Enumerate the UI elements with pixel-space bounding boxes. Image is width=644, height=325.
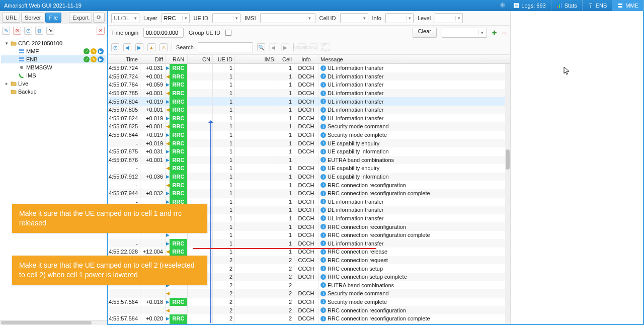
chevron-down-icon[interactable]: ▾ [478, 30, 486, 35]
layer-input[interactable] [162, 14, 182, 23]
refresh-button[interactable]: ⟳ [93, 13, 105, 23]
info-input[interactable] [386, 14, 406, 23]
table-row[interactable]: 14:55:07.784 +0.059 ▶ RRC 1 1 DCCH iUL i… [108, 80, 510, 89]
table-row[interactable]: 14:55:07.724 +0.001 ◀ RRC 1 1 DCCH iDL i… [108, 72, 510, 81]
chevron-down-icon[interactable]: ▾ [233, 16, 240, 21]
table-row[interactable]: 14:55:07.825 +0.001 ◀ RRC 1 1 DCCH iSecu… [108, 122, 510, 131]
stop-icon[interactable]: ⊘ [13, 27, 21, 35]
col-cell[interactable]: Cell [278, 55, 294, 63]
chevron-down-icon[interactable]: ▾ [132, 16, 139, 21]
expander-icon[interactable]: ▸ [4, 81, 9, 86]
uldl-input[interactable] [112, 14, 132, 23]
col-msg[interactable]: Message [318, 55, 510, 63]
level-input[interactable] [435, 14, 455, 23]
imsi-input[interactable] [261, 14, 306, 23]
tree-item[interactable]: MME ✓✎▶ [1, 47, 106, 55]
close-sidebar-icon[interactable]: ✕ [97, 27, 105, 35]
table-row[interactable]: 14:55:07.785 +0.001 ◀ RRC 1 1 DCCH iDL i… [108, 89, 510, 98]
table-row[interactable]: 14:55:07.824 +0.019 ▶ RRC 1 1 DCCH iUL i… [108, 114, 510, 123]
chevron-down-icon[interactable]: ▾ [306, 16, 313, 21]
group-ueid-checkbox[interactable] [225, 30, 231, 36]
pencil-badge-icon[interactable]: ✎ [91, 48, 97, 54]
tree-item[interactable]: MBMSGW [1, 63, 106, 71]
col-ueid[interactable]: UE ID [213, 55, 235, 63]
table-row[interactable]: 14:55:07.876 +0.001 ▶ RRC 1 1 iEUTRA ban… [108, 156, 510, 165]
time-origin-input[interactable] [144, 28, 182, 37]
vscrollbar[interactable] [505, 64, 510, 324]
table-row[interactable]: 14:56:08.345 +10.761 ◀ RRC 2 2 DCCH iRRC… [108, 322, 510, 324]
play-badge-icon[interactable]: ▶ [98, 48, 104, 54]
binoculars-icon[interactable]: 🔍 [257, 43, 265, 51]
col-time[interactable]: Time [108, 55, 140, 63]
info-combo[interactable]: ▾ [385, 13, 414, 23]
table-row[interactable]: 14:55:07.875 +0.031 ▶ RRC 1 1 DCCH iUE c… [108, 147, 510, 156]
table-row[interactable]: 14:55:07.805 +0.001 ◀ RRC 1 1 DCCH iDL i… [108, 106, 510, 114]
table-row[interactable]: - ▶ RRC 1 1 DCCH iUL information transfe… [108, 239, 510, 248]
col-cn[interactable]: CN [188, 55, 213, 63]
table-row[interactable]: 14:55:07.844 +0.019 ▶ RRC 1 1 DCCH iSecu… [108, 131, 510, 139]
remove-icon[interactable]: — [502, 30, 507, 36]
clock-icon[interactable]: ◷ [111, 43, 119, 51]
cellid-combo[interactable]: ▾ [340, 13, 368, 23]
tab-stats[interactable]: Stats [551, 0, 583, 11]
table-row[interactable]: 14:55:07.804 +0.019 ▶ RRC 1 1 DCCH iUL i… [108, 97, 510, 106]
clear-combo-input[interactable] [442, 28, 478, 37]
chevron-down-icon[interactable]: ▾ [361, 16, 368, 21]
imsi-combo[interactable]: ▾ [260, 13, 315, 23]
table-row[interactable]: 14:55:57.584 +0.020 ▶ RRC 2 2 DCCH iRRC … [108, 314, 510, 323]
table-row[interactable]: - +0.019 ◀ RRC 1 1 DCCH iUE capability e… [108, 139, 510, 147]
chevron-down-icon[interactable]: ▾ [182, 16, 189, 21]
tab-mme[interactable]: MME [612, 0, 644, 11]
expand-icon[interactable]: ⇲ [46, 27, 54, 35]
globe-icon[interactable]: ◍ [35, 27, 43, 35]
clear-combo[interactable]: ▾ [442, 28, 487, 38]
tree-item[interactable]: IMS [1, 71, 106, 79]
ok-badge-icon[interactable]: ✓ [84, 48, 90, 54]
sidebar-hscrollbar[interactable] [0, 320, 107, 325]
tree-item[interactable]: ▾ CBC-2021050100 [1, 39, 106, 47]
tree-item[interactable]: ENB ✓✎▶ [1, 55, 106, 63]
tab-enb[interactable]: ENB [583, 0, 613, 11]
col-diff[interactable]: Diff [140, 55, 166, 63]
table-row[interactable]: - ◀ RRC 1 1 DCCH iUE capability enquiry [108, 164, 510, 173]
cellid-input[interactable] [341, 14, 361, 23]
wand-icon[interactable]: ✎ [2, 27, 10, 35]
col-imsi[interactable]: IMSI [235, 55, 278, 63]
ueid-combo[interactable]: ▾ [212, 13, 240, 23]
add-icon[interactable]: ✚ [492, 30, 497, 36]
play-badge-icon[interactable]: ▶ [98, 56, 104, 62]
table-row[interactable]: - ◀ RRC 1 1 DCCH iRRC connection reconfi… [108, 181, 510, 189]
nav-back-icon[interactable]: ◀ [123, 43, 131, 51]
chevron-down-icon[interactable]: ▾ [455, 16, 462, 21]
table-row[interactable]: 14:55:57.564 +0.018 ▶ RRC 2 2 DCCH iSecu… [108, 298, 510, 306]
layer-combo[interactable]: ▾ [162, 13, 190, 23]
collapse-sidebar-icon[interactable] [497, 2, 508, 9]
clear-button[interactable]: Clear [413, 28, 437, 38]
warn2-icon[interactable]: ⚠ [159, 43, 168, 51]
expander-icon[interactable]: ▾ [4, 41, 9, 46]
pencil-badge-icon[interactable]: ✎ [91, 56, 97, 62]
table-row[interactable]: 14:55:07.912 +0.036 ▶ RRC 1 1 DCCH iUE c… [108, 173, 510, 181]
tab-logs[interactable]: Logs: 693 [508, 0, 551, 11]
tree-item[interactable]: ▸ Live [1, 79, 106, 88]
file-button[interactable]: File [45, 13, 61, 23]
server-button[interactable]: Server [21, 13, 44, 23]
ueid-input[interactable] [213, 14, 233, 23]
export-button[interactable]: Export [69, 13, 92, 23]
uldl-combo[interactable]: ▾ [111, 13, 139, 23]
warn-icon[interactable]: ▲ [147, 43, 155, 51]
search-box[interactable] [198, 42, 253, 52]
chevron-down-icon[interactable]: ▾ [406, 16, 413, 21]
nav-fwd-icon[interactable]: ▶ [135, 43, 143, 51]
scrollbar-thumb[interactable] [506, 149, 510, 170]
table-row[interactable]: 14:55:07.944 +0.032 ▶ RRC 1 1 DCCH iRRC … [108, 189, 510, 198]
col-ran[interactable]: RAN [170, 55, 188, 63]
scrollbar-thumb[interactable] [1, 321, 92, 324]
table-row[interactable]: 14:55:07.724 +0.031 ▶ RRC 1 1 DCCH iUL i… [108, 64, 510, 72]
clock-icon[interactable]: ◷ [24, 27, 32, 35]
url-button[interactable]: URL [2, 13, 20, 23]
search-input[interactable] [198, 43, 252, 52]
table-row[interactable]: ◀ 2 2 DCCH iRRC connection reconfigurati… [108, 306, 510, 314]
col-info[interactable]: Info [294, 55, 318, 63]
tree-item[interactable]: Backup [1, 88, 106, 96]
